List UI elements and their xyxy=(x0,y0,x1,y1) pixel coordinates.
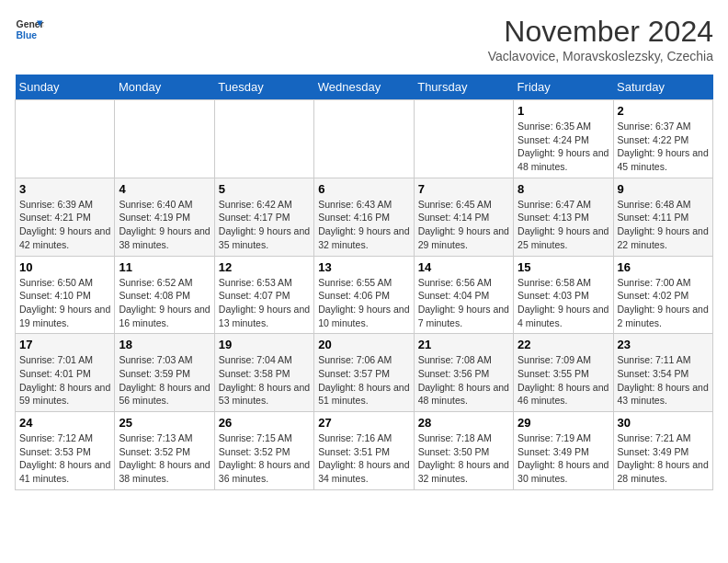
day-info: Sunrise: 7:13 AMSunset: 3:52 PMDaylight:… xyxy=(119,431,210,486)
day-info: Sunrise: 6:39 AMSunset: 4:21 PMDaylight:… xyxy=(19,198,110,252)
calendar-cell: 9Sunrise: 6:48 AMSunset: 4:11 PMDaylight… xyxy=(613,178,712,256)
calendar-cell: 5Sunrise: 6:42 AMSunset: 4:17 PMDaylight… xyxy=(214,178,313,256)
weekday-header: Sunday xyxy=(16,75,115,100)
calendar-cell: 12Sunrise: 6:53 AMSunset: 4:07 PMDayligh… xyxy=(214,256,313,334)
calendar-cell: 7Sunrise: 6:45 AMSunset: 4:14 PMDaylight… xyxy=(414,178,513,256)
day-number: 9 xyxy=(618,182,709,196)
calendar-week-row: 10Sunrise: 6:50 AMSunset: 4:10 PMDayligh… xyxy=(16,256,713,334)
calendar-cell: 19Sunrise: 7:04 AMSunset: 3:58 PMDayligh… xyxy=(214,334,313,412)
day-number: 11 xyxy=(119,260,210,274)
day-info: Sunrise: 7:12 AMSunset: 3:53 PMDaylight:… xyxy=(19,431,110,486)
day-number: 17 xyxy=(19,338,110,351)
day-info: Sunrise: 7:06 AMSunset: 3:57 PMDaylight:… xyxy=(318,353,409,408)
calendar-cell: 30Sunrise: 7:21 AMSunset: 3:49 PMDayligh… xyxy=(613,412,712,490)
calendar-cell: 6Sunrise: 6:43 AMSunset: 4:16 PMDaylight… xyxy=(314,178,414,256)
day-number: 22 xyxy=(518,338,609,351)
day-number: 18 xyxy=(119,338,210,351)
day-info: Sunrise: 6:55 AMSunset: 4:06 PMDaylight:… xyxy=(318,276,409,330)
day-info: Sunrise: 7:09 AMSunset: 3:55 PMDaylight:… xyxy=(518,353,609,408)
weekday-header: Monday xyxy=(115,75,214,100)
calendar-cell: 17Sunrise: 7:01 AMSunset: 4:01 PMDayligh… xyxy=(16,334,115,412)
day-number: 30 xyxy=(618,416,709,430)
logo-icon: General Blue xyxy=(15,15,44,44)
day-info: Sunrise: 7:03 AMSunset: 3:59 PMDaylight:… xyxy=(119,353,210,408)
day-number: 12 xyxy=(219,260,310,274)
calendar-cell: 11Sunrise: 6:52 AMSunset: 4:08 PMDayligh… xyxy=(115,256,214,334)
calendar-cell: 29Sunrise: 7:19 AMSunset: 3:49 PMDayligh… xyxy=(514,412,613,490)
calendar-cell: 26Sunrise: 7:15 AMSunset: 3:52 PMDayligh… xyxy=(214,412,313,490)
calendar-table: SundayMondayTuesdayWednesdayThursdayFrid… xyxy=(15,75,713,490)
day-number: 15 xyxy=(518,260,609,274)
calendar-cell xyxy=(16,100,115,178)
day-info: Sunrise: 7:00 AMSunset: 4:02 PMDaylight:… xyxy=(618,276,709,330)
weekday-header: Saturday xyxy=(613,75,712,100)
logo: General Blue xyxy=(15,15,44,44)
calendar-cell: 24Sunrise: 7:12 AMSunset: 3:53 PMDayligh… xyxy=(16,412,115,490)
header-row: SundayMondayTuesdayWednesdayThursdayFrid… xyxy=(16,75,713,100)
day-info: Sunrise: 7:19 AMSunset: 3:49 PMDaylight:… xyxy=(518,431,609,486)
calendar-cell: 4Sunrise: 6:40 AMSunset: 4:19 PMDaylight… xyxy=(115,178,214,256)
day-number: 20 xyxy=(318,338,409,351)
day-number: 4 xyxy=(119,182,210,196)
calendar-cell: 22Sunrise: 7:09 AMSunset: 3:55 PMDayligh… xyxy=(514,334,613,412)
calendar-week-row: 24Sunrise: 7:12 AMSunset: 3:53 PMDayligh… xyxy=(16,412,713,490)
calendar-cell: 20Sunrise: 7:06 AMSunset: 3:57 PMDayligh… xyxy=(314,334,414,412)
day-info: Sunrise: 6:40 AMSunset: 4:19 PMDaylight:… xyxy=(119,198,210,252)
day-info: Sunrise: 6:45 AMSunset: 4:14 PMDaylight:… xyxy=(418,198,509,252)
calendar-cell: 27Sunrise: 7:16 AMSunset: 3:51 PMDayligh… xyxy=(314,412,414,490)
day-info: Sunrise: 7:21 AMSunset: 3:49 PMDaylight:… xyxy=(618,431,709,486)
day-info: Sunrise: 6:35 AMSunset: 4:24 PMDaylight:… xyxy=(518,120,609,174)
day-info: Sunrise: 6:58 AMSunset: 4:03 PMDaylight:… xyxy=(518,276,609,330)
title-area: November 2024 Vaclavovice, Moravskoslezs… xyxy=(488,15,713,63)
day-info: Sunrise: 6:43 AMSunset: 4:16 PMDaylight:… xyxy=(318,198,409,252)
day-number: 26 xyxy=(219,416,310,430)
calendar-cell: 8Sunrise: 6:47 AMSunset: 4:13 PMDaylight… xyxy=(514,178,613,256)
calendar-week-row: 3Sunrise: 6:39 AMSunset: 4:21 PMDaylight… xyxy=(16,178,713,256)
day-number: 2 xyxy=(618,104,709,118)
day-info: Sunrise: 7:15 AMSunset: 3:52 PMDaylight:… xyxy=(219,431,310,486)
weekday-header: Thursday xyxy=(414,75,513,100)
day-number: 8 xyxy=(518,182,609,196)
day-number: 27 xyxy=(318,416,409,430)
calendar-cell: 1Sunrise: 6:35 AMSunset: 4:24 PMDaylight… xyxy=(514,100,613,178)
day-info: Sunrise: 6:42 AMSunset: 4:17 PMDaylight:… xyxy=(219,198,310,252)
day-info: Sunrise: 7:16 AMSunset: 3:51 PMDaylight:… xyxy=(318,431,409,486)
day-number: 16 xyxy=(618,260,709,274)
day-number: 14 xyxy=(418,260,509,274)
day-info: Sunrise: 6:48 AMSunset: 4:11 PMDaylight:… xyxy=(618,198,709,252)
month-title: November 2024 xyxy=(488,15,713,49)
calendar-cell: 13Sunrise: 6:55 AMSunset: 4:06 PMDayligh… xyxy=(314,256,414,334)
day-number: 28 xyxy=(418,416,509,430)
day-number: 6 xyxy=(318,182,409,196)
calendar-cell: 15Sunrise: 6:58 AMSunset: 4:03 PMDayligh… xyxy=(514,256,613,334)
day-info: Sunrise: 7:01 AMSunset: 4:01 PMDaylight:… xyxy=(19,353,110,408)
day-info: Sunrise: 6:37 AMSunset: 4:22 PMDaylight:… xyxy=(618,120,709,174)
calendar-cell xyxy=(214,100,313,178)
calendar-cell xyxy=(314,100,414,178)
calendar-cell: 14Sunrise: 6:56 AMSunset: 4:04 PMDayligh… xyxy=(414,256,513,334)
day-number: 25 xyxy=(119,416,210,430)
calendar-cell: 23Sunrise: 7:11 AMSunset: 3:54 PMDayligh… xyxy=(613,334,712,412)
svg-text:Blue: Blue xyxy=(17,30,38,40)
day-number: 13 xyxy=(318,260,409,274)
day-info: Sunrise: 7:18 AMSunset: 3:50 PMDaylight:… xyxy=(418,431,509,486)
calendar-cell: 10Sunrise: 6:50 AMSunset: 4:10 PMDayligh… xyxy=(16,256,115,334)
weekday-header: Friday xyxy=(514,75,613,100)
day-info: Sunrise: 6:50 AMSunset: 4:10 PMDaylight:… xyxy=(19,276,110,330)
day-info: Sunrise: 6:53 AMSunset: 4:07 PMDaylight:… xyxy=(219,276,310,330)
weekday-header: Tuesday xyxy=(214,75,313,100)
calendar-cell: 16Sunrise: 7:00 AMSunset: 4:02 PMDayligh… xyxy=(613,256,712,334)
calendar-cell xyxy=(414,100,513,178)
day-number: 19 xyxy=(219,338,310,351)
calendar-cell: 25Sunrise: 7:13 AMSunset: 3:52 PMDayligh… xyxy=(115,412,214,490)
calendar-cell: 28Sunrise: 7:18 AMSunset: 3:50 PMDayligh… xyxy=(414,412,513,490)
day-number: 21 xyxy=(418,338,509,351)
day-number: 7 xyxy=(418,182,509,196)
day-number: 29 xyxy=(518,416,609,430)
day-info: Sunrise: 7:11 AMSunset: 3:54 PMDaylight:… xyxy=(618,353,709,408)
subtitle: Vaclavovice, Moravskoslezsky, Czechia xyxy=(488,49,713,63)
day-info: Sunrise: 6:52 AMSunset: 4:08 PMDaylight:… xyxy=(119,276,210,330)
calendar-cell: 18Sunrise: 7:03 AMSunset: 3:59 PMDayligh… xyxy=(115,334,214,412)
calendar-cell: 3Sunrise: 6:39 AMSunset: 4:21 PMDaylight… xyxy=(16,178,115,256)
day-number: 5 xyxy=(219,182,310,196)
